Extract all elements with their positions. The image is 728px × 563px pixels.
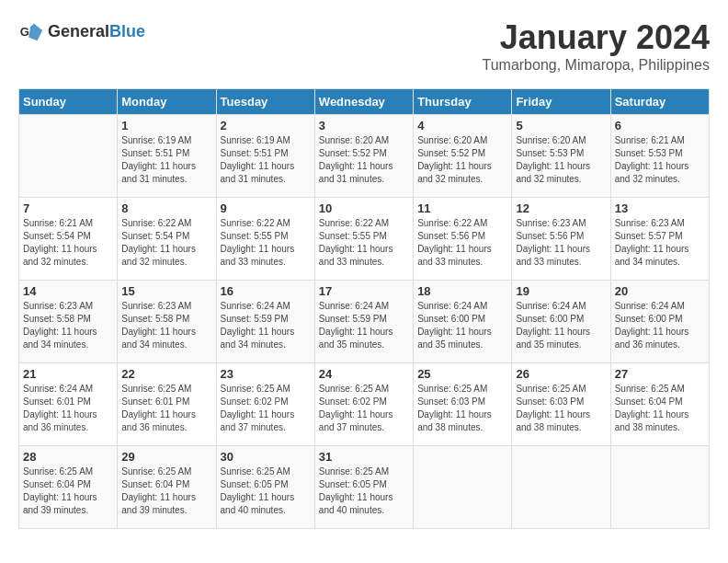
day-info: Sunrise: 6:19 AM Sunset: 5:51 PM Dayligh…: [221, 134, 311, 186]
day-number: 24: [319, 367, 409, 381]
day-number: 29: [121, 450, 211, 464]
day-cell: 31Sunrise: 6:25 AM Sunset: 6:05 PM Dayli…: [314, 446, 413, 529]
day-cell: 18Sunrise: 6:24 AM Sunset: 6:00 PM Dayli…: [414, 281, 512, 363]
header-day-thursday: Thursday: [414, 89, 512, 115]
day-info: Sunrise: 6:22 AM Sunset: 5:55 PM Dayligh…: [319, 217, 409, 269]
header-day-tuesday: Tuesday: [216, 89, 314, 115]
day-cell: 26Sunrise: 6:25 AM Sunset: 6:03 PM Dayli…: [512, 363, 610, 446]
logo-icon: G: [18, 18, 44, 44]
day-number: 10: [319, 201, 409, 215]
day-number: 21: [23, 367, 113, 381]
day-number: 1: [121, 119, 211, 132]
day-number: 31: [319, 450, 409, 464]
day-number: 9: [221, 201, 311, 215]
day-cell: 21Sunrise: 6:24 AM Sunset: 6:01 PM Dayli…: [19, 363, 118, 446]
calendar-body: 1Sunrise: 6:19 AM Sunset: 5:51 PM Daylig…: [19, 115, 710, 529]
day-info: Sunrise: 6:25 AM Sunset: 6:05 PM Dayligh…: [221, 465, 311, 517]
day-info: Sunrise: 6:22 AM Sunset: 5:56 PM Dayligh…: [417, 217, 507, 269]
day-info: Sunrise: 6:20 AM Sunset: 5:52 PM Dayligh…: [319, 134, 409, 186]
logo: G GeneralBlue: [18, 18, 145, 44]
title-block: January 2024 Tumarbong, Mimaropa, Philip…: [482, 18, 710, 74]
day-cell: 15Sunrise: 6:23 AM Sunset: 5:58 PM Dayli…: [118, 281, 216, 363]
day-number: 25: [417, 367, 507, 381]
day-number: 27: [615, 367, 705, 381]
day-cell: [19, 115, 118, 198]
day-number: 16: [221, 284, 311, 298]
day-number: 30: [221, 450, 311, 464]
day-cell: 10Sunrise: 6:22 AM Sunset: 5:55 PM Dayli…: [314, 198, 413, 281]
day-number: 22: [121, 367, 211, 381]
day-info: Sunrise: 6:25 AM Sunset: 6:02 PM Dayligh…: [319, 383, 409, 434]
day-number: 14: [23, 284, 113, 298]
month-title: January 2024: [482, 18, 710, 57]
day-number: 18: [417, 284, 507, 298]
day-number: 28: [23, 450, 113, 464]
day-cell: 9Sunrise: 6:22 AM Sunset: 5:55 PM Daylig…: [216, 198, 314, 281]
day-cell: 20Sunrise: 6:24 AM Sunset: 6:00 PM Dayli…: [610, 281, 709, 363]
day-cell: 27Sunrise: 6:25 AM Sunset: 6:04 PM Dayli…: [610, 363, 709, 446]
week-row-2: 14Sunrise: 6:23 AM Sunset: 5:58 PM Dayli…: [19, 281, 710, 363]
header-row: SundayMondayTuesdayWednesdayThursdayFrid…: [19, 89, 710, 115]
calendar-header: SundayMondayTuesdayWednesdayThursdayFrid…: [19, 89, 710, 115]
day-info: Sunrise: 6:23 AM Sunset: 5:56 PM Dayligh…: [516, 217, 606, 269]
week-row-0: 1Sunrise: 6:19 AM Sunset: 5:51 PM Daylig…: [19, 115, 710, 198]
day-number: 19: [516, 284, 606, 298]
day-info: Sunrise: 6:22 AM Sunset: 5:54 PM Dayligh…: [121, 217, 211, 269]
day-cell: [512, 446, 610, 529]
day-info: Sunrise: 6:25 AM Sunset: 6:02 PM Dayligh…: [221, 383, 311, 434]
day-info: Sunrise: 6:23 AM Sunset: 5:57 PM Dayligh…: [615, 217, 705, 269]
svg-text:G: G: [20, 25, 29, 39]
day-cell: 2Sunrise: 6:19 AM Sunset: 5:51 PM Daylig…: [216, 115, 314, 198]
day-cell: 6Sunrise: 6:21 AM Sunset: 5:53 PM Daylig…: [610, 115, 709, 198]
day-info: Sunrise: 6:25 AM Sunset: 6:01 PM Dayligh…: [121, 383, 211, 434]
day-cell: [414, 446, 512, 529]
day-number: 7: [23, 201, 113, 215]
day-cell: 13Sunrise: 6:23 AM Sunset: 5:57 PM Dayli…: [610, 198, 709, 281]
day-number: 6: [615, 119, 705, 132]
day-cell: 1Sunrise: 6:19 AM Sunset: 5:51 PM Daylig…: [118, 115, 216, 198]
day-number: 4: [417, 119, 507, 132]
day-cell: [610, 446, 709, 529]
logo-text-general: General: [48, 22, 109, 40]
week-row-3: 21Sunrise: 6:24 AM Sunset: 6:01 PM Dayli…: [19, 363, 710, 446]
day-cell: 28Sunrise: 6:25 AM Sunset: 6:04 PM Dayli…: [19, 446, 118, 529]
day-info: Sunrise: 6:25 AM Sunset: 6:04 PM Dayligh…: [121, 465, 211, 517]
day-number: 13: [615, 201, 705, 215]
day-info: Sunrise: 6:24 AM Sunset: 6:00 PM Dayligh…: [516, 300, 606, 351]
day-info: Sunrise: 6:22 AM Sunset: 5:55 PM Dayligh…: [221, 217, 311, 269]
day-number: 20: [615, 284, 705, 298]
day-cell: 17Sunrise: 6:24 AM Sunset: 5:59 PM Dayli…: [314, 281, 413, 363]
day-info: Sunrise: 6:20 AM Sunset: 5:53 PM Dayligh…: [516, 134, 606, 186]
day-cell: 30Sunrise: 6:25 AM Sunset: 6:05 PM Dayli…: [216, 446, 314, 529]
day-info: Sunrise: 6:25 AM Sunset: 6:03 PM Dayligh…: [417, 383, 507, 434]
day-info: Sunrise: 6:25 AM Sunset: 6:05 PM Dayligh…: [319, 465, 409, 517]
day-info: Sunrise: 6:19 AM Sunset: 5:51 PM Dayligh…: [121, 134, 211, 186]
page-header: G GeneralBlue January 2024 Tumarbong, Mi…: [18, 18, 710, 74]
day-number: 26: [516, 367, 606, 381]
day-info: Sunrise: 6:24 AM Sunset: 6:01 PM Dayligh…: [23, 383, 113, 434]
header-day-wednesday: Wednesday: [314, 89, 413, 115]
day-number: 3: [319, 119, 409, 132]
day-number: 5: [516, 119, 606, 132]
week-row-4: 28Sunrise: 6:25 AM Sunset: 6:04 PM Dayli…: [19, 446, 710, 529]
day-cell: 4Sunrise: 6:20 AM Sunset: 5:52 PM Daylig…: [414, 115, 512, 198]
day-number: 2: [221, 119, 311, 132]
day-number: 17: [319, 284, 409, 298]
day-cell: 16Sunrise: 6:24 AM Sunset: 5:59 PM Dayli…: [216, 281, 314, 363]
day-cell: 14Sunrise: 6:23 AM Sunset: 5:58 PM Dayli…: [19, 281, 118, 363]
day-info: Sunrise: 6:23 AM Sunset: 5:58 PM Dayligh…: [121, 300, 211, 351]
day-info: Sunrise: 6:24 AM Sunset: 5:59 PM Dayligh…: [221, 300, 311, 351]
day-info: Sunrise: 6:21 AM Sunset: 5:54 PM Dayligh…: [23, 217, 113, 269]
logo-text-blue: Blue: [109, 22, 145, 40]
day-info: Sunrise: 6:25 AM Sunset: 6:04 PM Dayligh…: [615, 383, 705, 434]
day-cell: 11Sunrise: 6:22 AM Sunset: 5:56 PM Dayli…: [414, 198, 512, 281]
day-cell: 19Sunrise: 6:24 AM Sunset: 6:00 PM Dayli…: [512, 281, 610, 363]
day-cell: 23Sunrise: 6:25 AM Sunset: 6:02 PM Dayli…: [216, 363, 314, 446]
day-number: 11: [417, 201, 507, 215]
header-day-saturday: Saturday: [610, 89, 709, 115]
day-cell: 29Sunrise: 6:25 AM Sunset: 6:04 PM Dayli…: [118, 446, 216, 529]
day-info: Sunrise: 6:24 AM Sunset: 6:00 PM Dayligh…: [615, 300, 705, 351]
day-cell: 25Sunrise: 6:25 AM Sunset: 6:03 PM Dayli…: [414, 363, 512, 446]
day-number: 15: [121, 284, 211, 298]
day-cell: 3Sunrise: 6:20 AM Sunset: 5:52 PM Daylig…: [314, 115, 413, 198]
